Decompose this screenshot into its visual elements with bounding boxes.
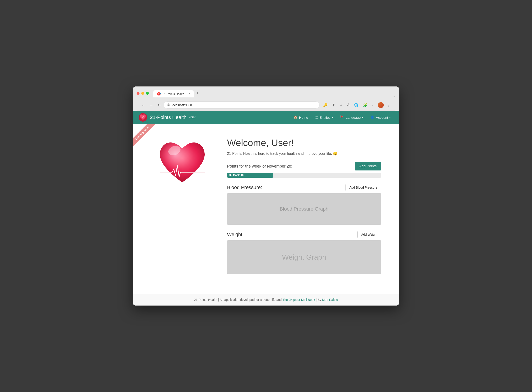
blood-pressure-section: Blood Pressure: Add Blood Pressure Blood… — [227, 184, 381, 225]
close-dot[interactable] — [137, 92, 139, 95]
profile-avatar[interactable] — [378, 102, 384, 108]
language-icon: 🚩 — [340, 115, 344, 119]
nav-home-label: Home — [299, 116, 308, 119]
back-button[interactable]: ← — [140, 102, 146, 108]
welcome-subtitle: 21-Points Health is here to track your h… — [227, 151, 381, 156]
nav-account[interactable]: 👤 Account ▾ — [367, 114, 394, 121]
tab-favicon: 🎯 — [157, 92, 161, 96]
progress-text: 3 / Goal: 10 — [229, 174, 244, 177]
extensions-a-icon[interactable]: A — [345, 102, 351, 108]
page-wrapper: Development — [133, 124, 399, 294]
heart-ecg-image — [153, 133, 211, 191]
forward-button[interactable]: → — [148, 102, 154, 108]
weight-graph-label: Weight Graph — [282, 253, 326, 261]
entities-dropdown-arrow: ▾ — [332, 116, 333, 119]
navbar-brand[interactable]: 21-Points Health vDEV — [138, 113, 195, 122]
points-header: Points for the week of November 28: Add … — [227, 162, 381, 170]
footer-separator2: | By — [316, 298, 322, 302]
footer-link-jhipster[interactable]: The JHipster Mini-Book — [282, 298, 315, 302]
maximize-dot[interactable] — [146, 92, 149, 95]
home-icon: 🏠 — [294, 115, 298, 119]
nav-entities[interactable]: ☰ Entities ▾ — [312, 114, 336, 121]
points-label: Points for the week of November 28: — [227, 164, 292, 169]
welcome-title: Welcome, User! — [227, 138, 381, 148]
address-security-icon: ⓘ — [167, 103, 170, 107]
tab-title: 21-Points Health — [162, 92, 184, 96]
menu-icon[interactable]: ⋮ — [385, 102, 392, 108]
puzzle-icon[interactable]: 🧩 — [361, 102, 369, 108]
footer-link-author[interactable]: Matt Raible — [322, 298, 338, 302]
minimize-dot[interactable] — [141, 92, 144, 95]
footer-separator1: | An application developed for a better … — [218, 298, 282, 302]
brand-logo-icon — [138, 113, 147, 122]
browser-tab[interactable]: 🎯 21-Points Health × — [153, 90, 194, 98]
add-points-button[interactable]: Add Points — [355, 162, 381, 170]
navbar-nav: 🏠 Home ☰ Entities ▾ 🚩 Language ▾ 👤 Accou… — [290, 114, 394, 121]
app-footer: 21-Points Health | An application develo… — [133, 294, 399, 306]
blood-pressure-graph-label: Blood Pressure Graph — [280, 206, 328, 212]
main-content: Welcome, User! 21-Points Health is here … — [133, 124, 399, 294]
navbar: 21-Points Health vDEV 🏠 Home ☰ Entities … — [133, 111, 399, 124]
tab-more-button[interactable]: ⌄ — [393, 94, 395, 98]
points-section: Points for the week of November 28: Add … — [227, 162, 381, 178]
address-bar[interactable]: ⓘ localhost:9000 — [164, 102, 319, 109]
brand-version: vDEV — [189, 116, 195, 119]
reload-button[interactable]: ↻ — [156, 102, 162, 108]
blood-pressure-title: Blood Pressure: — [227, 185, 262, 190]
language-dropdown-arrow: ▾ — [362, 116, 363, 119]
weight-header: Weight: Add Weight — [227, 231, 381, 238]
blood-pressure-graph: Blood Pressure Graph — [227, 193, 381, 225]
share-icon[interactable]: ⬆ — [330, 102, 337, 108]
bookmark-icon[interactable]: ☆ — [338, 102, 344, 108]
nav-home[interactable]: 🏠 Home — [290, 114, 311, 121]
address-url: localhost:9000 — [172, 103, 192, 107]
brand-name: 21-Points Health — [150, 114, 186, 120]
account-dropdown-arrow: ▾ — [389, 116, 390, 119]
weight-graph: Weight Graph — [227, 240, 381, 274]
blood-pressure-header: Blood Pressure: Add Blood Pressure — [227, 184, 381, 191]
add-weight-button[interactable]: Add Weight — [357, 231, 381, 238]
add-blood-pressure-button[interactable]: Add Blood Pressure — [346, 184, 381, 191]
footer-brand: 21-Points Health — [194, 298, 217, 302]
progress-bar-container: 3 / Goal: 10 — [227, 173, 381, 178]
weight-title: Weight: — [227, 232, 244, 238]
translate-icon[interactable]: 🌐 — [352, 102, 360, 108]
tab-close-button[interactable]: × — [189, 92, 190, 95]
progress-bar-fill: 3 / Goal: 10 — [227, 173, 273, 178]
browser-toolbar: 🔑 ⬆ ☆ A 🌐 🧩 ▭ ⋮ — [321, 102, 392, 108]
nav-language-label: Language — [346, 116, 361, 119]
nav-language[interactable]: 🚩 Language ▾ — [337, 114, 366, 121]
sidebar-icon[interactable]: ▭ — [370, 102, 377, 108]
account-icon: 👤 — [370, 115, 375, 119]
key-icon[interactable]: 🔑 — [321, 102, 329, 108]
weight-section: Weight: Add Weight Weight Graph — [227, 231, 381, 274]
content-area: Welcome, User! 21-Points Health is here … — [227, 133, 381, 280]
entities-icon: ☰ — [315, 115, 318, 119]
nav-entities-label: Entities — [319, 116, 330, 119]
nav-account-label: Account — [376, 116, 388, 119]
new-tab-button[interactable]: + — [194, 89, 202, 98]
hero-image-container — [151, 133, 214, 191]
